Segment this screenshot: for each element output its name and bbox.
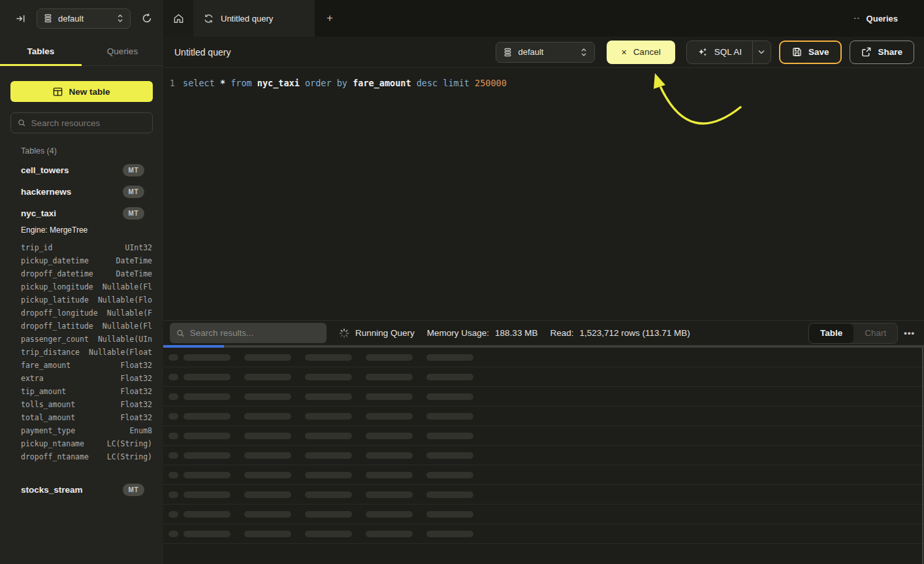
column-row: trip_distanceNullable(Float xyxy=(21,346,152,359)
sidebar-tab-tables[interactable]: Tables xyxy=(0,37,82,65)
refresh-button[interactable] xyxy=(138,10,155,27)
refresh-icon xyxy=(142,13,152,24)
skeleton-cell xyxy=(244,413,291,420)
view-toggle-chart[interactable]: Chart xyxy=(853,323,897,343)
column-type: LC(String) xyxy=(107,439,152,448)
sidebar-tabs: TablesQueries xyxy=(0,37,163,66)
column-row: total_amountFloat32 xyxy=(21,411,152,424)
skeleton-cell xyxy=(426,354,473,361)
collapse-sidebar-button[interactable] xyxy=(12,10,29,27)
header-database-value: default xyxy=(518,47,543,57)
sql-token: nyc_taxi xyxy=(257,78,305,88)
memory-usage: Memory Usage: 188.33 MB xyxy=(427,328,538,338)
table-item-hackernews[interactable]: hackernewsMT xyxy=(0,181,163,203)
skeleton-row xyxy=(163,446,924,465)
column-name: passenger_count xyxy=(21,335,89,344)
skeleton-cell xyxy=(168,531,178,537)
skeleton-cell xyxy=(183,531,231,537)
skeleton-cell xyxy=(183,433,231,439)
search-resources-input[interactable] xyxy=(31,118,146,128)
home-button[interactable] xyxy=(163,0,193,37)
sql-ai-main[interactable]: SQL AI xyxy=(687,41,752,63)
column-name: dropoff_ntaname xyxy=(21,452,89,461)
sql-token: * xyxy=(220,78,231,88)
skeleton-cell xyxy=(168,491,178,498)
skeleton-cell xyxy=(244,531,291,537)
column-list: trip_idUInt32pickup_datetimeDateTimedrop… xyxy=(0,240,163,473)
column-type: Enum8 xyxy=(129,426,152,435)
main-panel: Untitled query default × Cancel SQL AI xyxy=(163,37,924,564)
database-icon xyxy=(44,14,52,23)
skeleton-cell xyxy=(244,393,291,400)
skeleton-cell xyxy=(305,472,352,478)
skeleton-cell xyxy=(366,452,413,459)
queries-link[interactable]: ·· Queries xyxy=(854,14,898,24)
header-database-selector[interactable]: default xyxy=(496,42,595,63)
skeleton-cell xyxy=(244,452,291,459)
sidebar: TablesQueries New table Tables (4) cell_… xyxy=(0,37,163,564)
column-type: Nullable(Fl xyxy=(103,322,152,331)
table-item-stocks_stream[interactable]: stocks_streamMT xyxy=(0,479,163,501)
read-stats: Read: 1,523,712 rows (113.71 MB) xyxy=(550,328,690,338)
topbar-database-selector[interactable]: default xyxy=(37,8,131,29)
skeleton-cell xyxy=(426,511,473,518)
column-name: pickup_latitude xyxy=(21,295,89,305)
column-name: trip_distance xyxy=(21,348,80,357)
column-name: extra xyxy=(21,374,44,383)
results-scrollbar[interactable] xyxy=(922,348,923,564)
skeleton-cell xyxy=(366,413,413,420)
column-name: trip_id xyxy=(21,243,52,252)
share-button[interactable]: Share xyxy=(850,41,914,64)
search-results-input[interactable] xyxy=(190,328,320,338)
column-name: fare_amount xyxy=(21,361,71,370)
sql-ai-label: SQL AI xyxy=(714,47,742,57)
skeleton-cell xyxy=(244,433,291,439)
skeleton-cell xyxy=(244,491,291,498)
skeleton-cell xyxy=(168,452,178,459)
clickhouse-sql-console: default Untitled query + ·· Queries xyxy=(0,0,924,564)
skeleton-cell xyxy=(426,491,473,498)
skeleton-cell xyxy=(168,433,178,439)
skeleton-row xyxy=(163,348,924,367)
results-skeleton xyxy=(163,348,924,544)
home-icon xyxy=(173,13,184,24)
sql-code-line: select * from nyc_taxi order by fare_amo… xyxy=(183,76,507,90)
view-toggle: TableChart xyxy=(808,323,898,344)
column-row: payment_typeEnum8 xyxy=(21,424,152,437)
table-item-nyc_taxi[interactable]: nyc_taxiMT xyxy=(0,203,163,224)
cancel-button[interactable]: × Cancel xyxy=(607,41,675,64)
tab-untitled-query[interactable]: Untitled query xyxy=(193,0,315,37)
more-options-button[interactable]: ••• xyxy=(904,328,915,338)
table-icon xyxy=(53,87,63,97)
column-row: extraFloat32 xyxy=(21,372,152,385)
table-item-cell_towers[interactable]: cell_towersMT xyxy=(0,159,163,181)
view-toggle-table[interactable]: Table xyxy=(809,323,853,343)
read-value: 1,523,712 rows (113.71 MB) xyxy=(579,328,690,338)
skeleton-cell xyxy=(244,472,291,478)
skeleton-cell xyxy=(426,393,473,400)
column-type: DateTime xyxy=(116,269,152,278)
column-row: pickup_datetimeDateTime xyxy=(21,254,152,267)
table-engine-badge: MT xyxy=(123,164,144,176)
database-icon xyxy=(503,48,512,57)
save-button[interactable]: Save xyxy=(779,41,842,64)
status-text: Running Query xyxy=(355,328,415,338)
code-line-1: 1 select * from nyc_taxi order by fare_a… xyxy=(163,76,924,90)
skeleton-cell xyxy=(168,413,178,420)
sql-ai-button[interactable]: SQL AI xyxy=(686,41,771,64)
memory-usage-label: Memory Usage: xyxy=(427,328,489,338)
new-tab-button[interactable]: + xyxy=(315,0,345,37)
skeleton-cell xyxy=(366,491,413,498)
new-table-button[interactable]: New table xyxy=(10,81,153,102)
column-type: Nullable(UIn xyxy=(98,335,152,344)
column-name: dropoff_latitude xyxy=(21,322,93,331)
column-type: LC(String) xyxy=(107,452,152,461)
skeleton-cell xyxy=(366,531,413,537)
sidebar-tab-queries[interactable]: Queries xyxy=(82,37,163,65)
skeleton-cell xyxy=(183,511,231,518)
skeleton-cell xyxy=(168,472,178,478)
sql-ai-dropdown[interactable] xyxy=(752,41,771,63)
skeleton-cell xyxy=(426,452,473,459)
sql-editor[interactable]: 1 select * from nyc_taxi order by fare_a… xyxy=(163,68,924,320)
skeleton-cell xyxy=(426,433,473,439)
